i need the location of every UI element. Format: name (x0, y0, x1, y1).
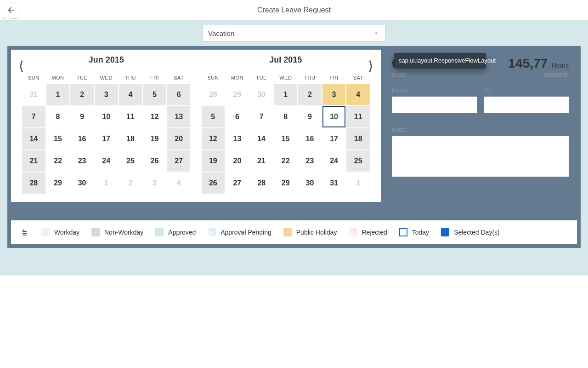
from-input[interactable] (392, 97, 477, 113)
legend-toggle-icon[interactable] (21, 228, 29, 236)
calendar-prev-button[interactable]: ⟨ (17, 59, 26, 73)
calendar-day[interactable]: 21 (250, 150, 273, 172)
page-title: Create Leave Request (257, 6, 331, 14)
calendar-right-title: Jul 2015 (202, 55, 370, 65)
calendar-day[interactable]: 24 (95, 150, 118, 172)
dow-header: TUE (250, 73, 273, 83)
calendar-day[interactable]: 1 (46, 84, 70, 105)
calendar-day[interactable]: 8 (274, 106, 297, 127)
dow-header: THU (119, 73, 142, 83)
calendar-day[interactable]: 23 (70, 150, 94, 172)
calendar-day[interactable]: 16 (70, 128, 94, 150)
calendar-day[interactable]: 7 (250, 106, 273, 127)
calendar-day[interactable]: 4 (346, 84, 370, 105)
calendar-day[interactable]: 17 (95, 128, 118, 150)
to-input[interactable] (484, 97, 569, 113)
calendar-day[interactable]: 16 (298, 128, 322, 150)
stat-used-sub: used (392, 71, 420, 78)
calendar-day[interactable]: 26 (143, 150, 166, 172)
calendar-day[interactable]: 24 (322, 150, 346, 172)
calendar-day[interactable]: 7 (22, 106, 45, 127)
calendar-day[interactable]: 5 (202, 106, 225, 127)
calendar-right-grid: SUNMONTUEWEDTHUFRISAT2829301234567891011… (202, 73, 370, 194)
right-panel: sap.ui.layout.ResponsiveFlowLayout 0 Hou… (381, 50, 577, 202)
dow-header: SAT (346, 73, 370, 83)
calendar-day[interactable]: 18 (346, 128, 370, 150)
calendar-day[interactable]: 20 (226, 150, 249, 172)
dow-header: THU (298, 73, 322, 83)
calendar-day[interactable]: 27 (226, 172, 249, 194)
back-button[interactable] (3, 2, 19, 18)
calendar-day[interactable]: 3 (95, 84, 118, 105)
calendar-day[interactable]: 2 (298, 84, 322, 105)
calendar-day[interactable]: 26 (202, 172, 225, 194)
calendar-day[interactable]: 9 (70, 106, 94, 127)
calendar-day[interactable]: 13 (226, 128, 249, 150)
swatch-holiday-icon (283, 228, 292, 236)
dow-header: SUN (202, 73, 225, 83)
main-wrap: ⟨ ⟩ Jun 2015 SUNMONTUEWEDTHUFRISAT311234… (0, 46, 588, 276)
swatch-rejected-icon (349, 228, 357, 236)
dow-header: WED (95, 73, 118, 83)
calendar-left-title: Jun 2015 (22, 55, 191, 65)
calendar-day[interactable]: 15 (274, 128, 297, 150)
calendar-next-button[interactable]: ⟩ (366, 59, 375, 73)
from-label: From: (392, 86, 477, 94)
calendar-day[interactable]: 15 (46, 128, 70, 150)
calendar-day[interactable]: 31 (322, 172, 346, 194)
calendar-day[interactable]: 28 (250, 172, 273, 194)
legend-pending: Approval Pending (208, 228, 271, 236)
calendar-day[interactable]: 4 (119, 84, 142, 105)
calendar-day[interactable]: 23 (298, 150, 322, 172)
calendar-day[interactable]: 17 (322, 128, 346, 150)
calendar-day[interactable]: 12 (143, 106, 166, 127)
calendar-day[interactable]: 25 (346, 150, 370, 172)
calendar-day[interactable]: 11 (119, 106, 142, 127)
calendar-day: 1 (95, 172, 118, 194)
calendar-day[interactable]: 14 (250, 128, 273, 150)
dow-header: WED (274, 73, 297, 83)
calendar-day[interactable]: 6 (167, 84, 191, 105)
legend-today: Today (399, 228, 429, 236)
calendar-day[interactable]: 5 (143, 84, 166, 105)
calendar-day[interactable]: 25 (119, 150, 142, 172)
calendar-day[interactable]: 28 (22, 172, 45, 194)
calendar-day: 29 (226, 84, 249, 105)
calendar-day[interactable]: 14 (22, 128, 45, 150)
calendar-day[interactable]: 20 (167, 128, 191, 150)
calendar-day[interactable]: 10 (95, 106, 118, 127)
calendar-day[interactable]: 29 (274, 172, 297, 194)
calendar-day[interactable]: 19 (202, 150, 225, 172)
calendar-day[interactable]: 11 (346, 106, 370, 127)
calendar-day[interactable]: 1 (274, 84, 297, 105)
calendar-day[interactable]: 22 (274, 150, 297, 172)
calendar-day[interactable]: 8 (46, 106, 70, 127)
leave-type-dropdown[interactable]: Vacation (202, 25, 386, 41)
calendar-day[interactable]: 27 (167, 150, 191, 172)
stat-available: 145,77 Hours available (509, 56, 569, 78)
calendar-day: 30 (250, 84, 273, 105)
calendar-day[interactable]: 19 (143, 128, 166, 150)
calendar-day[interactable]: 22 (46, 150, 70, 172)
note-label: Note: (392, 126, 569, 133)
calendar-day[interactable]: 10 (322, 106, 346, 127)
legend-rejected: Rejected (349, 228, 387, 236)
to-label: To: (484, 86, 569, 94)
dow-header: SAT (167, 73, 191, 83)
dow-header: FRI (322, 73, 346, 83)
calendar-day[interactable]: 30 (298, 172, 322, 194)
swatch-selected-icon (441, 228, 449, 236)
calendar-day[interactable]: 12 (202, 128, 225, 150)
swatch-nonworkday-icon (91, 228, 100, 236)
calendar-day[interactable]: 30 (70, 172, 94, 194)
calendar-day[interactable]: 21 (22, 150, 45, 172)
calendar-day[interactable]: 13 (167, 106, 191, 127)
note-input[interactable] (392, 136, 569, 177)
calendar-day[interactable]: 18 (119, 128, 142, 150)
calendar-day[interactable]: 29 (46, 172, 70, 194)
calendar-day[interactable]: 3 (322, 84, 346, 105)
calendar-day[interactable]: 2 (70, 84, 94, 105)
calendar-day[interactable]: 9 (298, 106, 322, 127)
calendar-left: Jun 2015 SUNMONTUEWEDTHUFRISAT3112345678… (17, 54, 196, 194)
calendar-day[interactable]: 6 (226, 106, 249, 127)
